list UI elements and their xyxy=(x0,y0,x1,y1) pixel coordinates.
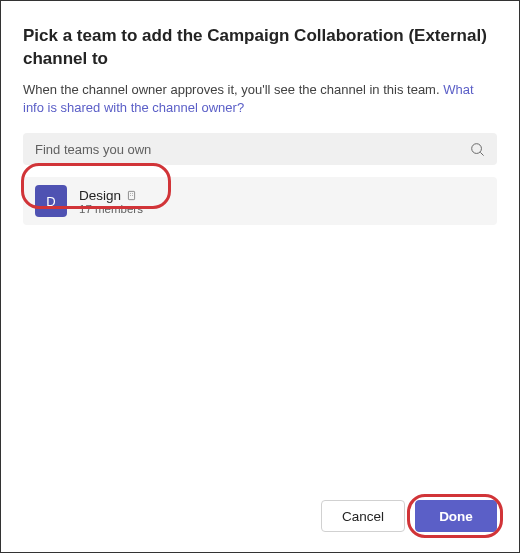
dialog-subtitle: When the channel owner approves it, you'… xyxy=(23,81,497,117)
search-icon xyxy=(470,142,485,157)
dialog-title: Pick a team to add the Campaign Collabor… xyxy=(23,25,497,71)
subtitle-text: When the channel owner approves it, you'… xyxy=(23,82,443,97)
team-info: Design 17 members xyxy=(79,188,143,215)
org-icon xyxy=(126,190,137,201)
team-members: 17 members xyxy=(79,203,143,215)
team-avatar: D xyxy=(35,185,67,217)
svg-line-1 xyxy=(480,152,483,155)
search-box[interactable] xyxy=(23,133,497,165)
team-row[interactable]: D Design 17 members xyxy=(23,177,497,225)
svg-rect-2 xyxy=(128,191,134,199)
search-input[interactable] xyxy=(35,142,470,157)
done-button[interactable]: Done xyxy=(415,500,497,532)
dialog-footer: Cancel Done xyxy=(23,500,497,532)
svg-point-0 xyxy=(472,143,482,153)
team-name: Design xyxy=(79,188,121,203)
cancel-button[interactable]: Cancel xyxy=(321,500,405,532)
